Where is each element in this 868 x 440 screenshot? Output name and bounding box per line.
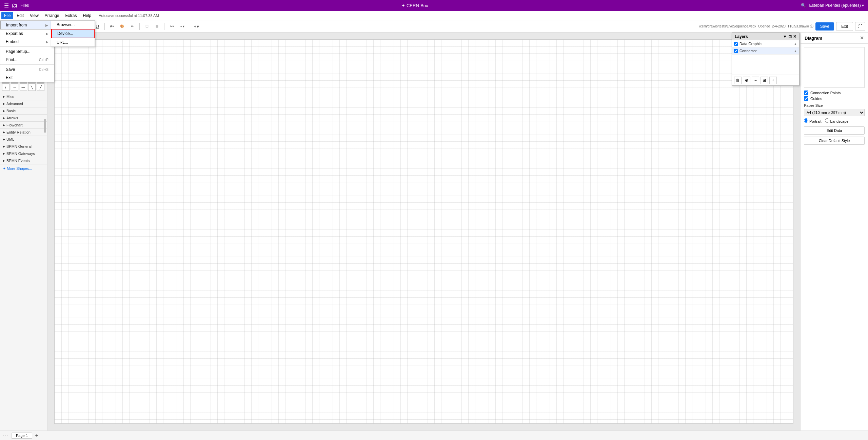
toolbar-shadow[interactable]: ☐ xyxy=(142,22,151,31)
landscape-label[interactable]: Landscape xyxy=(825,118,849,123)
portrait-radio[interactable] xyxy=(804,118,808,123)
export-as-label: Export as xyxy=(6,31,23,36)
canvas-grid[interactable] xyxy=(54,39,793,424)
toolbar-arrows[interactable]: →▾ xyxy=(177,22,186,31)
submenu-url[interactable]: URL... xyxy=(51,38,95,46)
layers-filter-icon[interactable]: ▼ xyxy=(783,34,787,39)
arrows-arrow-icon: ▶ xyxy=(3,116,5,120)
section-misc[interactable]: ▶ Misc xyxy=(0,93,47,100)
section-entity-relation[interactable]: ▶ Entity Relation xyxy=(0,128,47,136)
layer-data-graphic-checkbox[interactable] xyxy=(734,42,738,46)
fullscreen-button[interactable]: ⛶ xyxy=(855,22,865,31)
shape-line2[interactable]: ╱ xyxy=(37,83,44,91)
section-bpmn-general[interactable]: ▶ BPMN General xyxy=(0,143,47,150)
shape-diag[interactable]: / xyxy=(2,83,9,91)
menu-help[interactable]: Help xyxy=(80,12,94,19)
layer-add-btn[interactable]: + xyxy=(769,77,777,84)
menu-page-setup[interactable]: Page Setup... xyxy=(0,47,54,56)
layer-delete-btn[interactable]: 🗑 xyxy=(734,77,742,84)
browser-label: Browser... xyxy=(57,22,75,27)
menu-exit[interactable]: Exit xyxy=(0,74,54,82)
paper-size-select[interactable]: A4 (210 mm × 297 mm) A3 Letter Legal xyxy=(804,109,865,116)
toolbar-fill-color[interactable]: 🎨 xyxy=(118,22,126,31)
menu-print[interactable]: Print... Ctrl+P xyxy=(0,56,54,64)
layer-more-btn[interactable]: ⋯ xyxy=(752,77,759,84)
layer-data-graphic-edit-icon[interactable]: ▲ xyxy=(794,42,797,46)
toolbar-right: /cern/drawio/tests/LiveSequence.vsdx_Ope… xyxy=(699,22,865,31)
section-bpmn-events[interactable]: ▶ BPMN Events xyxy=(0,157,47,164)
file-menu-sep-1 xyxy=(0,46,54,47)
resize-handle[interactable] xyxy=(44,119,46,133)
menu-arrange[interactable]: Arrange xyxy=(42,12,62,19)
add-page-icon[interactable]: + xyxy=(35,433,38,439)
menu-embed[interactable]: Embed ▶ xyxy=(0,38,54,46)
portrait-label[interactable]: Portrait xyxy=(804,118,822,123)
advanced-arrow-icon: ▶ xyxy=(3,102,5,105)
embed-label: Embed xyxy=(6,39,19,44)
page-tab[interactable]: Page-1 xyxy=(12,433,32,439)
misc-arrow-icon: ▶ xyxy=(3,95,5,98)
layer-connector-edit-icon[interactable]: ▲ xyxy=(794,49,797,53)
shape-slash[interactable]: ╲ xyxy=(28,83,36,91)
page-setup-label: Page Setup... xyxy=(6,49,31,54)
section-arrows[interactable]: ▶ Arrows xyxy=(0,114,47,121)
submenu-browser[interactable]: Browser... xyxy=(51,21,95,29)
landscape-radio[interactable] xyxy=(825,118,829,123)
layers-close-icon[interactable]: ✕ xyxy=(793,34,796,39)
shape-dash[interactable]: -- xyxy=(11,83,18,91)
exit-button[interactable]: Exit xyxy=(836,22,853,31)
hamburger-icon[interactable]: ☰ xyxy=(4,2,9,9)
autosave-text: Autosave successful at 11:07:38 AM xyxy=(99,14,159,18)
layer-duplicate-btn[interactable]: ⊕ xyxy=(743,77,750,84)
section-advanced[interactable]: ▶ Advanced xyxy=(0,100,47,107)
flowchart-arrow-icon: ▶ xyxy=(3,123,5,127)
connection-points-label: Connection Points xyxy=(810,91,841,95)
layers-resize-icon[interactable]: ⊡ xyxy=(788,34,792,39)
layer-copy-btn[interactable]: ⊞ xyxy=(761,77,768,84)
section-uml[interactable]: ▶ UML xyxy=(0,136,47,143)
menu-import-from[interactable]: Import from ▶ xyxy=(0,21,54,29)
file-path: /cern/drawio/tests/LiveSequence.vsdx_Ope… xyxy=(699,24,813,29)
url-label: URL... xyxy=(57,40,68,45)
layers-title-controls: ▼ ⊡ ✕ xyxy=(783,34,796,39)
left-sidebar: □ ▭ ▬ ◇ ○ ▢ ◎ ⬜ ▪ ▭ ⬡ ▷ ⌀ 💬 ☁ 📄 📑 ⌗ ∞ 📝 … xyxy=(0,33,47,431)
layer-connector-checkbox[interactable] xyxy=(734,49,738,53)
clear-default-style-button[interactable]: Clear Default Style xyxy=(804,137,865,145)
toolbar-font-color[interactable]: A▾ xyxy=(107,22,116,31)
submenu-device[interactable]: Device... xyxy=(51,29,95,38)
entity-arrow-icon: ▶ xyxy=(3,131,5,134)
menu-view[interactable]: View xyxy=(27,12,41,19)
shape-thick[interactable]: ― xyxy=(20,83,27,91)
edit-data-button[interactable]: Edit Data xyxy=(804,126,865,135)
bpmn-gateways-arrow-icon: ▶ xyxy=(3,152,5,155)
more-shapes[interactable]: ✦ More Shapes... xyxy=(0,164,47,173)
import-from-label: Import from xyxy=(6,23,27,27)
section-basic[interactable]: ▶ Basic xyxy=(0,107,47,114)
menu-edit[interactable]: Edit xyxy=(14,12,26,19)
diagram-close-icon[interactable]: ✕ xyxy=(860,35,864,41)
search-icon[interactable]: 🔍 xyxy=(801,3,806,8)
connection-points-checkbox[interactable] xyxy=(804,91,808,95)
toolbar-line-color[interactable]: ✏ xyxy=(128,22,137,31)
save-button[interactable]: Save xyxy=(815,22,834,31)
section-bpmn-gateways[interactable]: ▶ BPMN Gateways xyxy=(0,150,47,157)
toolbar-insert[interactable]: +▾ xyxy=(192,22,201,31)
menu-save[interactable]: Save Ctrl+S xyxy=(0,65,54,74)
import-from-arrow: ▶ xyxy=(45,23,48,27)
menu-file[interactable]: File xyxy=(1,12,13,19)
save-label: Save xyxy=(6,67,15,72)
toolbar-connection[interactable]: ⊞ xyxy=(153,22,161,31)
user-label[interactable]: Esteban Puentes (epuentes) ▾ xyxy=(809,3,864,8)
cern-box-label: ✦ CERN-Box xyxy=(401,3,428,8)
bottom-more-icon[interactable]: ⋯ xyxy=(3,432,9,439)
guides-label: Guides xyxy=(810,97,822,101)
guides-checkbox[interactable] xyxy=(804,96,808,101)
toolbar-sep-6 xyxy=(189,23,189,30)
section-flowchart[interactable]: ▶ Flowchart xyxy=(0,121,47,128)
menu-extras[interactable]: Extras xyxy=(63,12,80,19)
layer-connector-name: Connector xyxy=(739,49,792,53)
export-as-arrow: ▶ xyxy=(46,32,48,36)
toolbar-waypoints[interactable]: ⤷▾ xyxy=(167,22,176,31)
section-basic-label: Basic xyxy=(6,109,16,113)
menu-export-as[interactable]: Export as ▶ xyxy=(0,29,54,38)
